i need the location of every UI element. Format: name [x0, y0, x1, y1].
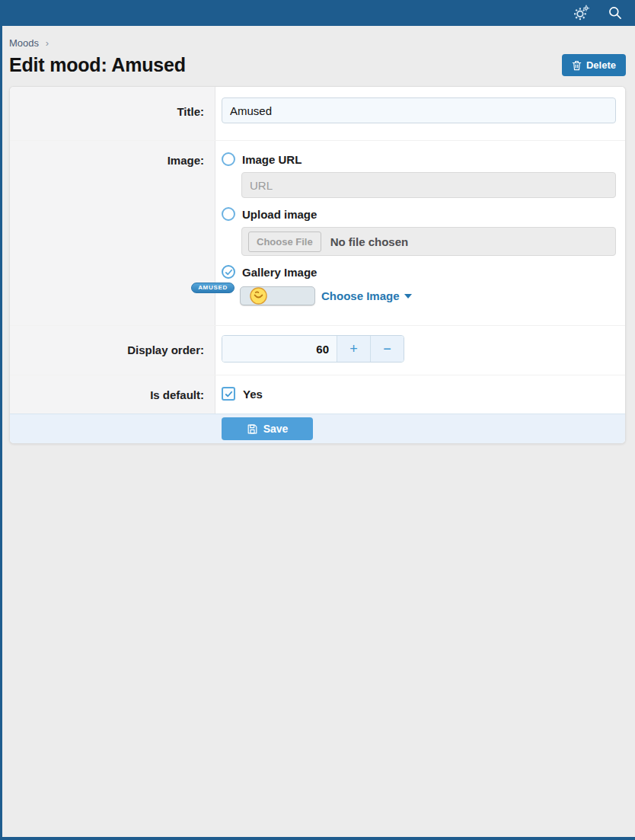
upload-image-option[interactable]: Upload image [222, 207, 616, 221]
upload-image-radio[interactable] [222, 207, 235, 221]
page-title: Edit mood: Amused [9, 54, 186, 76]
form-save-bar: Save [10, 414, 625, 443]
save-button[interactable]: Save [222, 417, 313, 440]
is-default-option[interactable]: Yes [222, 387, 616, 401]
trash-icon [572, 60, 582, 71]
topbar [0, 0, 635, 26]
upload-image-option-label: Upload image [242, 208, 317, 221]
frame-edge-left [0, 0, 2, 840]
breadcrumb-link-moods[interactable]: Moods [9, 37, 39, 49]
breadcrumb-separator: › [46, 37, 49, 49]
image-url-radio[interactable] [222, 152, 235, 166]
mood-preview-image[interactable]: AMUSED [240, 286, 315, 305]
file-status-text: No file chosen [330, 235, 409, 248]
choose-file-button[interactable]: Choose File [248, 232, 321, 252]
image-url-option-label: Image URL [242, 153, 302, 166]
is-default-checkbox-label: Yes [243, 388, 263, 401]
floppy-save-icon [247, 423, 258, 435]
frame-edge-bottom [0, 837, 635, 840]
increment-button[interactable]: + [337, 336, 370, 362]
form-row-is-default: Is default: Yes [10, 375, 625, 414]
form-row-image: Image: Image URL Upload image Choose Fil… [10, 141, 625, 326]
delete-button-label: Delete [586, 59, 616, 71]
breadcrumb: Moods › [0, 26, 635, 49]
image-url-option[interactable]: Image URL [222, 152, 616, 166]
display-order-label: Display order: [10, 326, 215, 375]
caret-down-icon [404, 294, 412, 299]
choose-image-link[interactable]: Choose Image [321, 289, 412, 302]
delete-button[interactable]: Delete [562, 54, 626, 76]
image-label: Image: [10, 141, 215, 325]
smiley-face-icon [250, 287, 267, 305]
display-order-input[interactable] [222, 336, 337, 362]
form-row-display-order: Display order: + − [10, 326, 625, 375]
mood-badge-text: AMUSED [191, 283, 235, 293]
is-default-label: Is default: [10, 375, 215, 414]
save-button-label: Save [263, 423, 289, 435]
title-input[interactable] [222, 97, 616, 123]
upload-file-input[interactable]: Choose File No file chosen [241, 227, 616, 256]
gallery-image-radio[interactable] [222, 265, 235, 279]
gallery-image-option-label: Gallery Image [242, 266, 317, 279]
search-icon[interactable] [605, 3, 625, 23]
title-label: Title: [10, 87, 215, 140]
choose-image-label: Choose Image [321, 289, 400, 302]
display-order-stepper: + − [222, 335, 404, 363]
gallery-image-option[interactable]: Gallery Image [222, 265, 616, 279]
is-default-checkbox[interactable] [222, 387, 235, 401]
edit-mood-form: Title: Image: Image URL Upload image Cho… [9, 86, 626, 444]
form-row-title: Title: [10, 87, 625, 141]
settings-gears-icon[interactable] [572, 3, 592, 23]
image-url-input[interactable] [241, 172, 616, 198]
decrement-button[interactable]: − [370, 336, 404, 362]
